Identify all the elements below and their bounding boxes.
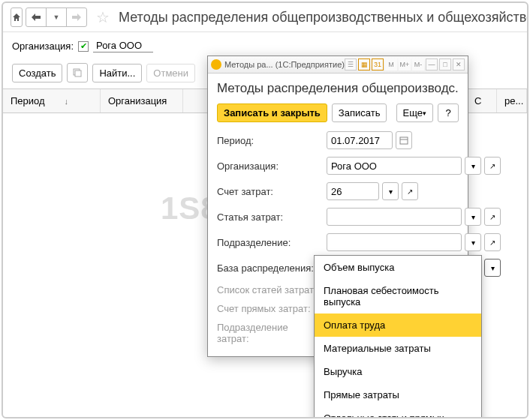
base-label: База распределения: [217, 262, 322, 274]
tb-mminus[interactable]: M- [412, 58, 424, 70]
org-input[interactable] [327, 157, 462, 175]
forward-button[interactable] [66, 8, 87, 27]
tb-close-icon[interactable]: ✕ [453, 58, 465, 70]
nav-group: ▼ [26, 8, 87, 27]
cancel-search-button[interactable]: Отмени [146, 64, 195, 82]
account-input[interactable] [327, 182, 379, 200]
find-button[interactable]: Найти... [92, 64, 142, 82]
dialog-heading: Методы распределения общепроизводс... [217, 81, 459, 96]
org-open[interactable]: ↗ [484, 157, 501, 175]
more-button[interactable]: Еще ▾ [396, 104, 433, 122]
svg-rect-2 [400, 137, 408, 144]
home-button[interactable] [11, 8, 23, 27]
dd-item-1[interactable]: Плановая себестоимость выпуска [315, 279, 481, 314]
help-button[interactable]: ? [438, 104, 459, 122]
save-close-button[interactable]: Записать и закрыть [217, 104, 327, 122]
back-dropdown[interactable]: ▼ [46, 8, 67, 27]
account-open[interactable]: ↗ [402, 182, 418, 200]
org-filter-checkbox[interactable]: ✔ [78, 41, 89, 52]
back-button[interactable] [26, 8, 47, 27]
unit-open[interactable]: ↗ [484, 233, 501, 251]
article-input[interactable] [327, 208, 462, 226]
unit-dd[interactable]: ▾ [465, 233, 481, 251]
col-period[interactable]: Период ↓ [3, 89, 101, 112]
col-c[interactable]: С [467, 89, 497, 112]
account-label: Счет затрат: [217, 186, 322, 197]
tb-calc-icon[interactable]: ▦ [358, 58, 370, 70]
copy-icon [72, 68, 83, 78]
page-title: Методы распределения общепроизводственны… [119, 10, 528, 26]
col-org[interactable]: Организация [101, 89, 183, 112]
calendar-icon [399, 136, 408, 145]
unit-label: Подразделение: [217, 237, 322, 248]
list-label: Список статей затрат: [217, 284, 322, 296]
dialog-titlebar[interactable]: Методы ра... (1С:Предприятие) ☰ ▦ 31 M M… [208, 56, 468, 74]
article-open[interactable]: ↗ [484, 208, 501, 226]
favorite-icon[interactable]: ☆ [96, 8, 110, 26]
period-input[interactable] [327, 131, 393, 149]
arrow-left-icon [32, 14, 41, 21]
tb-mplus[interactable]: M+ [399, 58, 411, 70]
unit2-label: Подразделение затрат: [217, 322, 322, 344]
dialog-title: Методы ра... (1С:Предприятие) [224, 60, 345, 69]
calendar-button[interactable] [396, 131, 412, 149]
sort-asc-icon: ↓ [65, 97, 69, 106]
tb-1[interactable]: ☰ [345, 58, 357, 70]
dd-item-2[interactable]: Оплата труда [315, 314, 481, 337]
tb-max-icon[interactable]: □ [439, 58, 451, 70]
org-filter-value[interactable]: Рога ООО [93, 40, 153, 52]
home-icon [11, 12, 22, 22]
tb-cal-icon[interactable]: 31 [372, 58, 384, 70]
copy-button[interactable] [67, 63, 88, 82]
dd-item-0[interactable]: Объем выпуска [315, 256, 481, 279]
base-dd[interactable]: ▾ [484, 259, 501, 277]
account-dd[interactable]: ▾ [382, 182, 399, 200]
article-dd[interactable]: ▾ [465, 208, 481, 226]
org-dd[interactable]: ▾ [465, 157, 481, 175]
save-button[interactable]: Записать [332, 104, 387, 122]
unit-input[interactable] [327, 233, 462, 251]
dd-item-6[interactable]: Отдельные статьи прямых затрат [315, 406, 481, 418]
article-label: Статья затрат: [217, 212, 322, 223]
dd-item-5[interactable]: Прямые затраты [315, 383, 481, 406]
col-re[interactable]: ре... [497, 89, 527, 112]
period-label: Период: [217, 135, 322, 146]
app-icon [211, 59, 221, 70]
create-button[interactable]: Создать [12, 64, 62, 82]
org-label: Организация: [217, 160, 322, 172]
direct-label: Счет прямых затрат: [217, 303, 322, 314]
org-filter-label: Организация: [12, 40, 74, 52]
arrow-right-icon [72, 14, 81, 21]
tb-min-icon[interactable]: — [426, 58, 438, 70]
dd-item-3[interactable]: Материальные затраты [315, 337, 481, 360]
base-dropdown: Объем выпуска Плановая себестоимость вып… [314, 255, 482, 418]
dd-item-4[interactable]: Выручка [315, 360, 481, 383]
tb-m[interactable]: M [385, 58, 397, 70]
svg-rect-1 [75, 70, 81, 76]
